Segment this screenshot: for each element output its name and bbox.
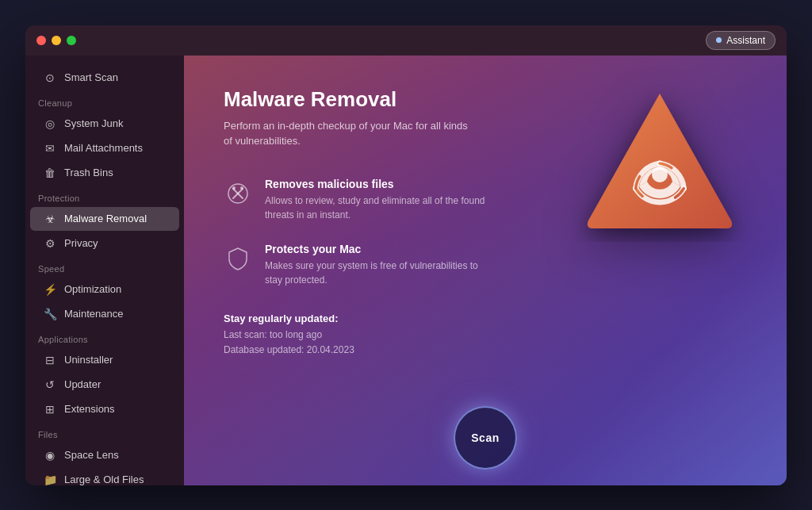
sidebar-item-smart-scan[interactable]: ⊙ Smart Scan — [30, 66, 179, 90]
scan-info: Stay regularly updated: Last scan: too l… — [224, 313, 747, 358]
main-content: Malware Removal Perform an in-depth chec… — [184, 56, 787, 485]
bug-icon — [224, 179, 252, 208]
database-updated-text: Database updated: 20.04.2023 — [224, 343, 747, 358]
close-button[interactable] — [36, 36, 46, 45]
sidebar-item-label: Optimization — [64, 283, 121, 295]
sidebar-section-speed: Speed — [25, 256, 184, 277]
app-window: Assistant ⊙ Smart Scan Cleanup ◎ System … — [25, 25, 787, 485]
assistant-dot-icon — [716, 37, 722, 43]
space-lens-icon: ◉ — [43, 449, 57, 462]
malware-icon: ☣ — [43, 213, 57, 225]
assistant-button[interactable]: Assistant — [706, 31, 776, 50]
scan-button[interactable]: Scan — [454, 406, 517, 470]
sidebar-item-uninstaller[interactable]: ⊟ Uninstaller — [30, 348, 179, 372]
maximize-button[interactable] — [67, 36, 76, 45]
sidebar-item-label: Malware Removal — [64, 213, 147, 224]
feature-removes-title: Removes malicious files — [265, 178, 747, 190]
sidebar-item-label: Privacy — [64, 237, 98, 249]
sidebar-item-trash-bins[interactable]: 🗑 Trash Bins — [30, 161, 179, 185]
sidebar-item-label: Extensions — [64, 403, 115, 415]
sidebar-item-label: System Junk — [64, 117, 123, 129]
sidebar-item-extensions[interactable]: ⊞ Extensions — [30, 397, 179, 421]
mail-icon: ✉ — [43, 142, 57, 155]
sidebar-item-label: Smart Scan — [64, 71, 118, 83]
updater-icon: ↺ — [43, 378, 57, 391]
svg-point-6 — [240, 186, 243, 190]
extensions-icon: ⊞ — [43, 403, 57, 416]
traffic-lights — [36, 36, 76, 45]
sidebar-item-malware-removal[interactable]: ☣ Malware Removal — [30, 207, 179, 231]
sidebar-item-label: Uninstaller — [64, 354, 113, 366]
last-scan-text: Last scan: too long ago — [224, 328, 747, 343]
sidebar-item-label: Trash Bins — [64, 167, 113, 178]
feature-protects-mac: Protects your Mac Makes sure your system… — [224, 243, 747, 287]
svg-point-5 — [232, 186, 236, 190]
minimize-button[interactable] — [52, 36, 61, 45]
sidebar-section-files: Files — [25, 422, 184, 443]
feature-removes-malicious: Removes malicious files Allows to review… — [224, 178, 747, 222]
scan-button-wrapper: Scan — [454, 406, 517, 470]
content-area: Malware Removal Perform an in-depth chec… — [224, 87, 747, 454]
sidebar-item-large-old-files[interactable]: 📁 Large & Old Files — [30, 468, 179, 485]
sidebar-item-label: Space Lens — [64, 449, 119, 461]
sidebar-item-label: Large & Old Files — [64, 474, 144, 485]
page-title: Malware Removal — [224, 87, 747, 112]
sidebar-item-optimization[interactable]: ⚡ Optimization — [30, 278, 179, 301]
uninstaller-icon: ⊟ — [43, 354, 57, 366]
system-junk-icon: ◎ — [43, 117, 57, 130]
privacy-icon: ⚙ — [43, 237, 57, 250]
sidebar: ⊙ Smart Scan Cleanup ◎ System Junk ✉ Mai… — [25, 56, 184, 485]
assistant-label: Assistant — [726, 35, 765, 46]
features-list: Removes malicious files Allows to review… — [224, 178, 747, 287]
sidebar-item-label: Mail Attachments — [64, 142, 143, 154]
feature-protects-desc: Makes sure your system is free of vulner… — [265, 259, 487, 287]
sidebar-item-mail-attachments[interactable]: ✉ Mail Attachments — [30, 136, 179, 160]
maintenance-icon: 🔧 — [43, 308, 57, 320]
sidebar-section-protection: Protection — [25, 186, 184, 206]
sidebar-section-applications: Applications — [25, 327, 184, 347]
page-subtitle: Perform an in-depth checkup of your Mac … — [224, 118, 477, 149]
sidebar-item-space-lens[interactable]: ◉ Space Lens — [30, 443, 179, 467]
scan-button-label: Scan — [471, 431, 499, 444]
sidebar-item-label: Updater — [64, 378, 101, 390]
optimization-icon: ⚡ — [43, 283, 57, 296]
sidebar-item-updater[interactable]: ↺ Updater — [30, 373, 179, 397]
feature-removes-text: Removes malicious files Allows to review… — [265, 178, 747, 222]
folder-icon: 📁 — [43, 474, 57, 485]
title-bar: Assistant — [25, 25, 787, 56]
smart-scan-icon: ⊙ — [43, 71, 57, 84]
sidebar-item-privacy[interactable]: ⚙ Privacy — [30, 232, 179, 255]
shield-icon — [224, 244, 252, 273]
sidebar-item-system-junk[interactable]: ◎ System Junk — [30, 112, 179, 136]
sidebar-item-label: Maintenance — [64, 308, 123, 320]
feature-removes-desc: Allows to review, study and eliminate al… — [265, 194, 487, 222]
feature-protects-title: Protects your Mac — [265, 243, 747, 255]
feature-protects-text: Protects your Mac Makes sure your system… — [265, 243, 747, 287]
scan-info-title: Stay regularly updated: — [224, 313, 747, 324]
trash-icon: 🗑 — [43, 167, 57, 179]
sidebar-section-cleanup: Cleanup — [25, 90, 184, 111]
window-body: ⊙ Smart Scan Cleanup ◎ System Junk ✉ Mai… — [25, 56, 787, 485]
sidebar-item-maintenance[interactable]: 🔧 Maintenance — [30, 302, 179, 326]
